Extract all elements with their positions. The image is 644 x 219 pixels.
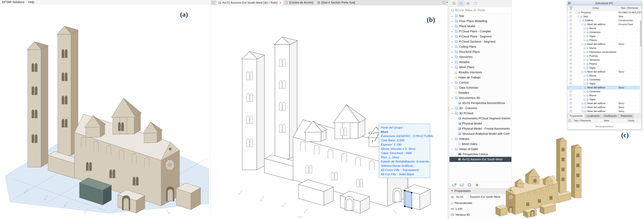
expander-icon[interactable]: +	[584, 79, 586, 81]
ifc-checkbox[interactable]	[570, 43, 572, 46]
ifc-tree-row[interactable]: + Vigas	[567, 98, 642, 102]
expand-chevron-icon[interactable]: ▸	[451, 51, 454, 53]
expander-icon[interactable]: −	[582, 71, 584, 73]
ifc-checkbox[interactable]	[570, 51, 572, 53]
ifc-tree-row[interactable]: + Pilares	[567, 38, 642, 42]
ifc-tree-row[interactable]: + Vigas	[567, 34, 642, 38]
ifc-checkbox[interactable]	[570, 75, 572, 77]
ifc-checkbox[interactable]	[570, 35, 572, 38]
expand-chevron-icon[interactable]: ▸	[451, 66, 454, 69]
expander-icon[interactable]: +	[584, 51, 586, 53]
navigator-footer-button[interactable]	[451, 182, 457, 188]
ifc-checkbox[interactable]	[570, 19, 572, 22]
ifc-tab[interactable]: Relaciones	[619, 114, 634, 118]
grid-col-valor[interactable]: Valor	[602, 119, 626, 123]
view-tree-item[interactable]: ▾ 3D PCloud	[450, 111, 512, 116]
ifc-checkbox[interactable]	[570, 94, 572, 97]
grid-col-unidad[interactable]: Unida	[626, 119, 642, 123]
view-tree-item[interactable]: Hojas de Trabajo	[450, 75, 512, 80]
view-tree-item[interactable]: 3D-01 Perspectiva Axonométrica	[450, 101, 512, 106]
ifc-checkbox[interactable]	[570, 79, 572, 81]
tab-close-button[interactable]: ×	[279, 1, 281, 5]
ifc-checkbox[interactable]	[570, 67, 572, 69]
ifc-checkbox[interactable]	[570, 31, 572, 34]
ifc-checkbox[interactable]	[570, 59, 572, 61]
expander-icon[interactable]: +	[584, 39, 586, 41]
ifc-checkbox[interactable]	[570, 106, 572, 109]
expand-chevron-icon[interactable]: ▸	[451, 25, 454, 28]
view-tree-item[interactable]: ▸ Site	[450, 14, 512, 19]
ifc-checkbox[interactable]	[570, 55, 572, 57]
view-tree-item[interactable]: ▸ Structural Plans	[450, 49, 512, 54]
expand-chevron-icon[interactable]: ▸	[451, 61, 454, 63]
ifc-checkbox[interactable]	[570, 110, 572, 113]
window-type-value[interactable]: Ventana 3D	[455, 213, 470, 216]
ifc-scrollbar[interactable]	[640, 20, 642, 113]
navigator-footer-button[interactable]	[474, 182, 480, 188]
expander-icon[interactable]: +	[584, 75, 586, 77]
expand-chevron-icon[interactable]: ▾	[451, 148, 454, 150]
ifc-tree-row[interactable]: + Nivel del edificio Story	[567, 102, 642, 105]
ifc-tree-row[interactable]: − Nivel del edificio Story	[567, 42, 642, 46]
expand-chevron-icon[interactable]: ▾	[451, 138, 454, 140]
expander-icon[interactable]: +	[582, 106, 584, 109]
ifc-checkbox[interactable]	[570, 12, 572, 14]
ifc-checkbox[interactable]	[570, 15, 572, 18]
ifc-col-clase[interactable]: Clase	[574, 6, 617, 11]
ifc-tree-row[interactable]: + Muros	[567, 74, 642, 78]
pane-splitter-handle-horizontal[interactable]	[298, 216, 299, 217]
ifc-tree-row[interactable]: + Nivel del edificio Story	[567, 109, 642, 113]
ifc-checkbox[interactable]	[570, 39, 572, 42]
view-tree-item[interactable]: ▸ P.Cloud Sections - Segment	[450, 39, 512, 44]
navigator-footer-button[interactable]	[466, 182, 472, 188]
expander-icon[interactable]: −	[575, 12, 578, 14]
menu-item-eptar[interactable]: EPTAR Solutions	[2, 1, 24, 4]
scale-value[interactable]: 1:100	[455, 207, 462, 210]
ifc-tab[interactable]: Clasificación	[602, 114, 618, 118]
view-tab[interactable]: [Centro de Acción]	[284, 0, 315, 5]
ifc-tab[interactable]: Propiedades	[568, 114, 585, 118]
expand-chevron-icon[interactable]: ▸	[451, 46, 454, 48]
navigator-footer-button[interactable]	[458, 182, 465, 188]
view-tree-item[interactable]: Physical Model	[450, 121, 512, 126]
expander-icon[interactable]: +	[584, 63, 586, 65]
navigator-toolbar-button[interactable]	[458, 1, 464, 6]
expand-chevron-icon[interactable]: ▸	[451, 107, 454, 109]
ifc-tree-row[interactable]: − Nivel del edificio Story	[567, 86, 642, 90]
pane-splitter-handle-vertical[interactable]	[448, 107, 449, 108]
scrollbar-thumb[interactable]	[640, 20, 641, 47]
expander-icon[interactable]: +	[584, 27, 586, 30]
expand-chevron-icon[interactable]: ▾	[451, 112, 454, 115]
view-tree-item[interactable]: ▸ Secciones	[450, 54, 512, 60]
ifc-tree-row[interactable]: + Elementos constructivos inde...	[567, 50, 642, 54]
view-tree-item[interactable]: Detalles	[450, 90, 512, 95]
ifc-tree-row[interactable]: − Nivel del edificio Story	[567, 70, 642, 74]
view-tree-item[interactable]: Alzados Interiores	[450, 70, 512, 75]
view-tree-item[interactable]: ▸ Plans Model	[450, 24, 512, 29]
ifc-tree-row[interactable]: + Pilares	[567, 62, 642, 66]
ifc-tree-row[interactable]: − Nivel del edificio Ground Floor	[567, 23, 642, 27]
view-tree-item[interactable]: ▸ P.Cloud Plans - Complet	[450, 29, 512, 34]
expander-icon[interactable]: −	[582, 87, 584, 89]
ifc-tree-row[interactable]: + Muros	[567, 46, 642, 50]
expander-icon[interactable]: +	[582, 110, 584, 112]
expander-icon[interactable]: −	[582, 43, 584, 45]
expander-icon[interactable]: +	[584, 35, 586, 38]
custom-settings-value[interactable]: Personalizado	[454, 201, 472, 205]
ifc-tree-row[interactable]: − Edificio Construcción	[567, 19, 642, 23]
expand-chevron-icon[interactable]: ▸	[451, 41, 454, 43]
expand-chevron-icon[interactable]: ▸	[451, 35, 454, 38]
expand-chevron-icon[interactable]: ▸	[451, 82, 454, 84]
ifc-tree-row[interactable]: + Puertas	[567, 54, 642, 58]
expander-icon[interactable]: +	[584, 55, 586, 57]
view-tab[interactable]: [Sps-4 Section Porta Sud]	[316, 0, 357, 5]
expander-icon[interactable]: +	[584, 47, 586, 49]
ifc-checkbox[interactable]	[570, 86, 572, 89]
ifc-window-titlebar[interactable]: Estructura IFC	[567, 1, 642, 6]
expander-icon[interactable]: +	[584, 59, 586, 61]
ifc-checkbox[interactable]	[570, 27, 572, 30]
view-id-field[interactable]: Ax-01	[455, 195, 467, 199]
ifc-tree-row[interactable]: − Proyecto DUOMO DI MOLFETTA	[567, 11, 642, 15]
expander-icon[interactable]: −	[577, 16, 580, 18]
view-tab[interactable]: Ax-01 Axonom-Ext South-West [3D / Todo] …	[216, 0, 284, 5]
